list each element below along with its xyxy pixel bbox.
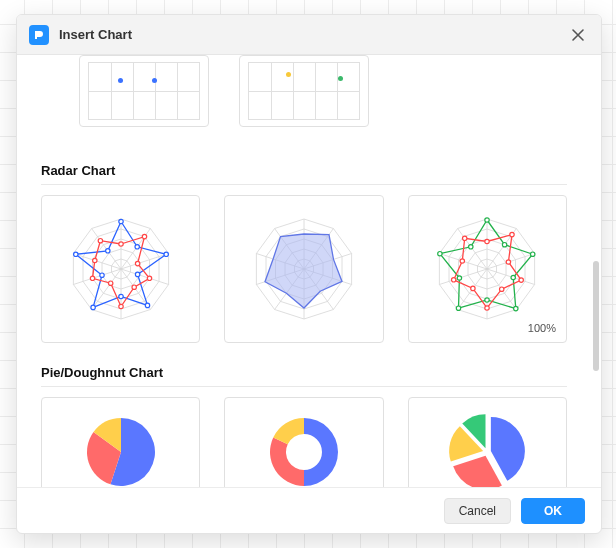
partial-section-above	[41, 55, 567, 141]
svg-point-56	[457, 306, 461, 310]
app-icon	[29, 25, 49, 45]
svg-point-69	[463, 236, 467, 240]
chart-option-radar-filled[interactable]	[224, 195, 383, 343]
svg-line-47	[440, 269, 488, 285]
svg-point-68	[460, 259, 464, 263]
insert-chart-dialog: Insert Chart	[16, 14, 602, 534]
svg-point-58	[438, 252, 442, 256]
svg-point-26	[108, 281, 112, 285]
dialog-titlebar: Insert Chart	[17, 15, 601, 55]
svg-line-6	[91, 269, 120, 310]
dialog-content: Radar Chart 100% Pie/Doughnut Chart	[17, 55, 601, 487]
svg-point-14	[145, 303, 149, 307]
svg-point-61	[510, 232, 514, 236]
pie-row	[41, 397, 567, 487]
chart-option-pie[interactable]	[41, 397, 200, 487]
svg-point-62	[507, 260, 511, 264]
svg-point-63	[519, 278, 523, 282]
pie-exploded-icon	[432, 402, 542, 487]
dialog-title: Insert Chart	[59, 27, 132, 42]
doughnut-icon	[254, 402, 354, 487]
svg-point-59	[469, 245, 473, 249]
svg-point-21	[142, 234, 146, 238]
svg-point-51	[503, 243, 507, 247]
radar-filled-icon	[234, 204, 374, 334]
svg-point-29	[98, 239, 102, 243]
svg-point-67	[452, 278, 456, 282]
percent-label: 100%	[528, 322, 556, 334]
chart-option-doughnut[interactable]	[224, 397, 383, 487]
svg-point-25	[118, 304, 122, 308]
svg-line-2	[121, 254, 169, 270]
svg-point-28	[92, 258, 96, 262]
cancel-button-label: Cancel	[459, 504, 496, 518]
svg-line-3	[121, 269, 169, 285]
scrollbar-thumb[interactable]	[593, 261, 599, 371]
scroll-area: Radar Chart 100% Pie/Doughnut Chart	[17, 55, 591, 487]
chart-option-radar-percent[interactable]: 100%	[408, 195, 567, 343]
svg-point-64	[500, 287, 504, 291]
radar-multi-icon	[51, 204, 191, 334]
svg-point-17	[99, 273, 103, 277]
svg-point-27	[90, 276, 94, 280]
section-header-radar: Radar Chart	[41, 163, 567, 185]
svg-point-23	[147, 276, 151, 280]
svg-point-57	[458, 276, 462, 280]
svg-point-24	[132, 285, 136, 289]
svg-point-18	[73, 252, 77, 256]
radar-percent-icon	[417, 204, 557, 334]
chart-option-scatter-2[interactable]	[239, 55, 369, 127]
ok-button[interactable]: OK	[521, 498, 585, 524]
pie-icon	[71, 402, 171, 487]
svg-point-55	[485, 298, 489, 302]
dialog-footer: Cancel OK	[17, 487, 601, 533]
svg-point-50	[485, 218, 489, 222]
svg-point-54	[514, 306, 518, 310]
svg-point-53	[511, 275, 515, 279]
chart-option-pie-exploded[interactable]	[408, 397, 567, 487]
section-header-pie: Pie/Doughnut Chart	[41, 365, 567, 387]
ok-button-label: OK	[544, 504, 562, 518]
svg-point-13	[135, 272, 139, 276]
svg-point-66	[471, 286, 475, 290]
svg-point-10	[118, 219, 122, 223]
svg-point-52	[531, 252, 535, 256]
radar-row: 100%	[41, 195, 567, 343]
cancel-button[interactable]: Cancel	[444, 498, 511, 524]
svg-point-65	[485, 306, 489, 310]
svg-point-60	[485, 239, 489, 243]
svg-point-16	[91, 305, 95, 309]
chart-option-scatter-1[interactable]	[79, 55, 209, 127]
close-icon[interactable]	[567, 24, 589, 46]
svg-point-22	[135, 261, 139, 265]
svg-point-19	[105, 249, 109, 253]
scrollbar-track[interactable]	[593, 61, 599, 481]
chart-option-radar-multi[interactable]	[41, 195, 200, 343]
svg-point-12	[164, 252, 168, 256]
svg-point-20	[118, 242, 122, 246]
svg-point-11	[135, 245, 139, 249]
svg-point-15	[118, 294, 122, 298]
